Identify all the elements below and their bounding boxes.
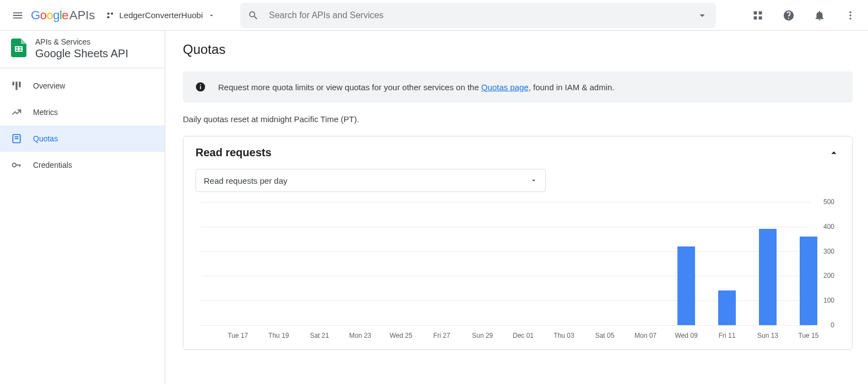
sidebar-item-credentials[interactable]: Credentials: [0, 152, 165, 178]
sidebar-nav: Overview Metrics Quotas Credentials: [0, 68, 165, 178]
sidebar: APIs & Services Google Sheets API Overvi…: [0, 31, 165, 384]
chart-gridline: [201, 202, 810, 202]
top-bar: Google APIs LedgerConverterHuobi: [0, 0, 868, 31]
svg-point-1: [111, 12, 113, 14]
chart-bar: [728, 320, 736, 325]
chart-x-tick: Sat 21: [310, 332, 329, 339]
topbar-actions: [747, 4, 861, 26]
chart-y-tick: 100: [823, 297, 834, 304]
sidebar-item-label: Metrics: [33, 108, 58, 117]
sidebar-item-label: Overview: [33, 81, 65, 90]
read-requests-chart: 0100200300400500 Tue 17Thu 19Sat 21Mon 2…: [196, 202, 810, 345]
sidebar-item-metrics[interactable]: Metrics: [0, 99, 165, 125]
chart-x-tick: Mon 07: [634, 332, 657, 339]
sidebar-item-overview[interactable]: Overview: [0, 73, 165, 99]
chart-x-tick: Dec 01: [513, 332, 534, 339]
notifications-button[interactable]: [809, 4, 831, 26]
svg-point-2: [107, 16, 110, 18]
svg-rect-6: [759, 16, 762, 19]
chart-bar: [759, 229, 777, 325]
project-icon: [106, 11, 115, 20]
svg-rect-13: [15, 46, 16, 52]
svg-rect-17: [15, 82, 17, 90]
dropdown-value: Read requests per day: [204, 176, 287, 185]
search-box[interactable]: [240, 3, 716, 28]
chart-x-tick: Wed 09: [675, 332, 697, 339]
credentials-icon: [10, 160, 23, 171]
svg-point-22: [13, 163, 17, 167]
chart-y-tick: 500: [823, 198, 834, 206]
quotas-icon: [10, 133, 23, 144]
svg-rect-24: [19, 164, 20, 167]
chart-x-tick: Wed 25: [389, 332, 412, 339]
sidebar-item-label: Quotas: [33, 134, 58, 143]
chart-x-tick: Mon 23: [349, 332, 371, 339]
svg-point-7: [849, 11, 851, 13]
info-banner: Request more quota limits or view quotas…: [183, 72, 853, 102]
chart-x-tick: Thu 03: [554, 332, 574, 339]
chart-x-tick: Sun 13: [757, 332, 778, 339]
sheets-icon: [11, 39, 26, 57]
chart-x-tick: Tue 17: [228, 332, 248, 339]
chart-x-tick: Sat 05: [595, 332, 615, 339]
svg-rect-20: [15, 136, 19, 138]
page-layout: APIs & Services Google Sheets API Overvi…: [0, 31, 868, 384]
quota-metric-dropdown[interactable]: Read requests per day: [196, 169, 546, 192]
chart-y-tick: 300: [823, 248, 834, 255]
gift-button[interactable]: [747, 4, 769, 26]
chevron-up-icon: [828, 147, 840, 159]
overview-icon: [10, 80, 23, 91]
chart-x-tick: Fri 11: [719, 332, 736, 339]
info-icon: [195, 81, 206, 92]
chart-y-tick: 200: [823, 272, 834, 279]
chart-gridline: [201, 276, 810, 276]
search-input[interactable]: [269, 10, 696, 20]
svg-rect-27: [200, 84, 201, 85]
chart-y-tick: 0: [831, 321, 834, 329]
info-text: Request more quota limits or view quotas…: [218, 83, 615, 92]
chart-x-tick: Sun 29: [472, 332, 493, 339]
sidebar-item-quotas[interactable]: Quotas: [0, 125, 165, 152]
svg-rect-15: [21, 46, 23, 52]
hamburger-menu-button[interactable]: [7, 4, 29, 26]
hamburger-icon: [12, 9, 24, 21]
api-title: Google Sheets API: [35, 47, 128, 60]
more-vert-icon: [845, 10, 856, 21]
svg-rect-21: [15, 138, 19, 139]
search-icon: [248, 10, 259, 21]
gift-icon: [752, 10, 763, 21]
sidebar-header[interactable]: APIs & Services Google Sheets API: [0, 31, 165, 68]
breadcrumb[interactable]: APIs & Services: [35, 37, 128, 46]
main-content: Quotas Request more quota limits or view…: [165, 31, 868, 384]
chart-bar: [800, 237, 817, 325]
svg-rect-5: [754, 16, 757, 19]
caret-down-icon: [530, 177, 538, 184]
chevron-down-icon[interactable]: [696, 9, 708, 21]
read-requests-card: Read requests Read requests per day 0100…: [183, 136, 853, 350]
card-header[interactable]: Read requests: [196, 146, 840, 159]
svg-point-9: [849, 18, 851, 19]
svg-point-0: [107, 12, 110, 14]
reset-note: Daily quotas reset at midnight Pacific T…: [183, 114, 853, 124]
card-title: Read requests: [196, 146, 272, 159]
google-apis-logo[interactable]: Google APIs: [31, 8, 95, 23]
apis-label: APIs: [69, 8, 95, 23]
chart-x-tick: Tue 15: [799, 332, 819, 339]
svg-point-8: [849, 14, 851, 16]
chart-bar: [677, 246, 695, 325]
svg-rect-26: [200, 86, 201, 89]
sidebar-item-label: Credentials: [33, 161, 72, 169]
quotas-page-link[interactable]: Quotas page: [481, 83, 529, 92]
svg-rect-16: [13, 82, 14, 86]
help-icon: [783, 9, 795, 21]
metrics-icon: [10, 107, 23, 118]
chart-x-tick: Fri 27: [433, 332, 451, 339]
project-name: LedgerConverterHuobi: [119, 10, 203, 20]
bell-icon: [813, 9, 826, 21]
svg-rect-3: [754, 11, 757, 14]
project-picker[interactable]: LedgerConverterHuobi: [106, 10, 215, 20]
more-button[interactable]: [839, 4, 861, 26]
page-title: Quotas: [183, 42, 853, 57]
help-button[interactable]: [778, 4, 800, 26]
svg-rect-18: [19, 82, 20, 87]
